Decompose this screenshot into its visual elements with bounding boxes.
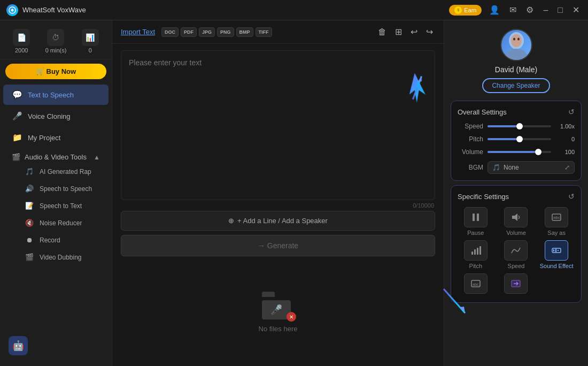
redo-button[interactable]: ↪ — [424, 25, 435, 39]
speed-value: 1.00x — [555, 123, 575, 129]
overall-settings-panel: Overall Settings ↺ Speed 1.00x Pitch — [451, 101, 582, 181]
text-editor[interactable] — [121, 50, 435, 200]
speaker-name: David (Male) — [495, 65, 537, 74]
bgm-row: BGM 🎵 None ⤢ — [458, 161, 575, 174]
svg-rect-12 — [474, 249, 476, 255]
svg-rect-7 — [477, 214, 479, 221]
sts-icon: 🔊 — [25, 185, 34, 193]
voice-cloning-icon: 🎤 — [12, 111, 22, 121]
sidebar-item-text-to-speech[interactable]: 💬 Text to Speech — [3, 85, 109, 105]
specific-grid: Pause Volume abc Say as — [458, 207, 575, 296]
ai-rap-label: AI Generated Rap — [40, 168, 91, 176]
audio-video-label: Audio & Video Tools — [25, 153, 87, 161]
spec-say-as[interactable]: abc Say as — [538, 207, 575, 236]
stat-count: 📊 0 — [82, 29, 99, 54]
section-arrow-icon: ▲ — [94, 154, 100, 161]
time-value: 0 min(s) — [45, 47, 67, 54]
count-value: 0 — [89, 47, 92, 54]
user-icon[interactable]: 👤 — [487, 4, 502, 16]
speaker-section: David (Male) Change Speaker — [451, 29, 582, 93]
video-dub-icon: 🎬 — [25, 253, 34, 261]
earn-button[interactable]: $ Earn — [449, 5, 482, 16]
import-text-link[interactable]: Import Text — [121, 28, 155, 36]
spec-item7[interactable]: abc. — [458, 273, 494, 296]
svg-rect-17 — [555, 249, 556, 252]
pause-icon-box — [464, 207, 488, 227]
sidebar-item-my-project[interactable]: 📁 My Project — [3, 127, 109, 148]
volume-row: Volume 100 — [458, 148, 575, 156]
stt-label: Speech to Text — [40, 202, 82, 210]
sidebar-item-record[interactable]: ⏺ Record — [3, 232, 109, 248]
bgm-value: None — [504, 164, 561, 171]
speed-spec-label: Speed — [508, 263, 525, 269]
bgm-select[interactable]: 🎵 None ⤢ — [488, 161, 575, 174]
undo-button[interactable]: ↩ — [408, 25, 420, 39]
spec-sound-effect[interactable]: Sound Effect — [538, 240, 575, 269]
editor-area: 0/10000 ⊕ + Add a Line / Add a Speaker →… — [112, 44, 444, 366]
spec-pitch[interactable]: Pitch — [458, 240, 494, 269]
spec-volume[interactable]: Volume — [498, 207, 535, 236]
jpg-button[interactable]: JPG — [199, 27, 215, 37]
sidebar-item-voice-cloning[interactable]: 🎤 Voice Cloning — [3, 106, 109, 126]
audio-video-section[interactable]: 🎬 Audio & Video Tools ▲ — [3, 149, 109, 163]
minimize-button[interactable]: – — [541, 4, 550, 16]
settings-icon[interactable]: ⚙ — [524, 4, 536, 16]
ai-rap-icon: 🎵 — [25, 167, 34, 176]
sidebar-item-noise-reducer[interactable]: 🔇 Noise Reducer — [3, 215, 109, 231]
coin-icon: $ — [454, 6, 462, 14]
close-button[interactable]: ✕ — [570, 4, 582, 16]
spec-item8[interactable] — [498, 273, 535, 296]
specific-reset-button[interactable]: ↺ — [568, 192, 575, 201]
noise-icon: 🔇 — [25, 219, 34, 227]
buy-now-button[interactable]: 🛒 Buy Now — [5, 64, 106, 79]
main-layout: 📄 2000 ⏱ 0 min(s) 📊 0 🛒 Buy Now 💬 Text t… — [0, 20, 588, 366]
volume-label: Volume — [458, 148, 483, 156]
sidebar-item-ai-generated-rap[interactable]: 🎵 AI Generated Rap — [3, 163, 109, 180]
svg-point-3 — [511, 34, 522, 47]
svg-text:abc.: abc. — [473, 283, 479, 286]
bmp-button[interactable]: BMP — [236, 27, 253, 37]
section-left: 🎬 Audio & Video Tools — [12, 153, 87, 161]
pdf-button[interactable]: PDF — [181, 27, 197, 37]
pause-label: Pause — [467, 230, 484, 236]
item8-icon-box — [504, 273, 528, 294]
bgm-label: BGM — [458, 164, 483, 171]
sidebar-item-speech-to-text[interactable]: 📝 Speech to Text — [3, 197, 109, 214]
toolbar: Import Text DOC PDF JPG PNG BMP TIFF 🗑 ⊞… — [112, 20, 444, 44]
mail-icon[interactable]: ✉ — [507, 4, 519, 16]
maximize-button[interactable]: □ — [555, 4, 565, 16]
copy-button[interactable]: ⊞ — [393, 25, 404, 39]
sidebar-item-speech-to-speech[interactable]: 🔊 Speech to Speech — [3, 180, 109, 197]
stt-icon: 📝 — [25, 202, 34, 210]
svg-point-4 — [513, 38, 515, 41]
tiff-button[interactable]: TIFF — [256, 27, 272, 37]
time-icon: ⏱ — [47, 29, 64, 46]
pitch-spec-label: Pitch — [469, 263, 482, 269]
my-project-icon: 📁 — [12, 133, 22, 142]
pitch-value: 0 — [555, 136, 575, 142]
svg-point-2 — [505, 49, 528, 61]
pitch-slider[interactable] — [488, 138, 551, 140]
count-icon: 📊 — [82, 29, 99, 46]
speaker-avatar — [500, 29, 532, 61]
sidebar-item-video-dubbing[interactable]: 🎬 Video Dubbing — [3, 249, 109, 265]
add-line-button[interactable]: ⊕ + Add a Line / Add a Speaker — [121, 211, 435, 231]
generate-button[interactable]: → Generate — [121, 235, 435, 256]
spec-speed[interactable]: Speed — [498, 240, 535, 269]
volume-slider[interactable] — [488, 151, 551, 153]
speed-slider[interactable] — [488, 125, 551, 127]
png-button[interactable]: PNG — [217, 27, 234, 37]
chatbot-widget[interactable]: 🤖 — [0, 331, 112, 361]
delete-button[interactable]: 🗑 — [376, 25, 389, 39]
stat-time: ⏱ 0 min(s) — [45, 29, 67, 54]
volume-value: 100 — [555, 149, 575, 155]
sidebar-label-text-to-speech: Text to Speech — [28, 91, 74, 99]
char-icon: 📄 — [13, 29, 30, 46]
say-as-label: Say as — [547, 230, 566, 236]
overall-reset-button[interactable]: ↺ — [568, 108, 575, 116]
svg-rect-11 — [471, 251, 473, 255]
svg-rect-6 — [473, 214, 475, 221]
spec-pause[interactable]: Pause — [458, 207, 494, 236]
doc-button[interactable]: DOC — [161, 27, 179, 37]
change-speaker-button[interactable]: Change Speaker — [482, 78, 550, 93]
